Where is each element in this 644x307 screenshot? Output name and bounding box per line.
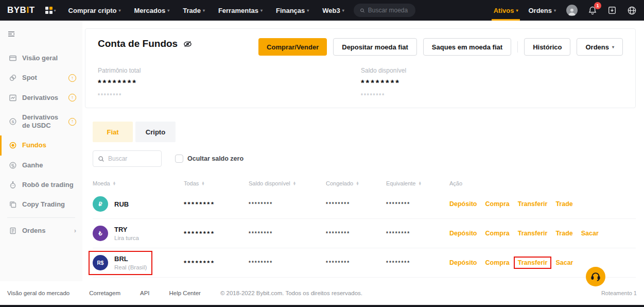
available-balance-stat: Saldo disponível ******** ******** — [361, 67, 624, 98]
apps-grid-icon[interactable]: ▾ — [45, 7, 56, 14]
nav-item-ferramentas[interactable]: Ferramentas▾ — [218, 7, 263, 14]
deposito-link[interactable]: Depósito — [449, 259, 477, 266]
footer-link-visao-geral-do-mercado[interactable]: Visão geral do mercado — [7, 290, 69, 296]
cell-saldo-disponivel: ******** — [249, 231, 326, 236]
coins-icon — [9, 74, 17, 82]
sacar-link[interactable]: Sacar — [581, 230, 599, 237]
sidebar-divider — [7, 217, 75, 218]
cell-saldo-disponivel: ******** — [249, 201, 326, 207]
sidebar-item-ganhe[interactable]: Ganhe — [0, 156, 82, 175]
footer-link-help-center[interactable]: Help Center — [169, 290, 201, 296]
cell-equivalente: ******** — [386, 231, 449, 236]
chevron-down-icon: ▾ — [260, 8, 263, 13]
clipboard-icon — [9, 227, 17, 235]
collapse-sidebar-button[interactable] — [0, 26, 82, 48]
bybit-logo[interactable]: BYBIT — [7, 5, 35, 15]
chevron-down-icon: ▾ — [612, 45, 614, 49]
checkbox-icon[interactable] — [175, 155, 183, 163]
hide-zero-label: Ocultar saldo zero — [187, 155, 243, 162]
deposit-fiat-button[interactable]: Depositar moeda fiat — [333, 38, 417, 56]
sidebar-item-fundos[interactable]: Fundos — [0, 135, 82, 155]
available-balance-sub: ******** — [361, 93, 624, 98]
total-equity-stat: Patrimônio total ******** ******** — [98, 67, 361, 98]
brl-coin-icon: R$ — [93, 255, 108, 270]
tab-cripto[interactable]: Cripto — [135, 122, 176, 142]
download-icon — [607, 6, 617, 15]
coin-code: RUB — [114, 200, 129, 208]
history-button[interactable]: Histórico — [524, 38, 570, 56]
header-congelado[interactable]: Congelado▲▼ — [326, 180, 386, 186]
hide-balance-eye-icon[interactable] — [183, 39, 193, 49]
sidebar-item-spot[interactable]: Spot ↑ — [0, 68, 82, 88]
transferir-link[interactable]: Transferir — [518, 200, 548, 208]
cell-saldo-disponivel: ******** — [249, 260, 326, 266]
nav-item-ordens[interactable]: Ordens▾ — [528, 7, 556, 14]
orders-dropdown-button[interactable]: Ordens▾ — [577, 38, 623, 56]
funds-account-card: Conta de Fundos Comprar/Vender Depositar… — [85, 28, 636, 108]
svg-text:S: S — [11, 120, 14, 124]
coin-search-input[interactable] — [368, 7, 409, 14]
row-actions: Depósito Compra Transferir Trade — [449, 200, 636, 208]
promo-arrow-icon: ↑ — [68, 74, 76, 82]
nav-item-trade[interactable]: Trade▾ — [183, 7, 205, 14]
trade-link[interactable]: Trade — [555, 230, 572, 237]
chevron-down-icon: ▾ — [342, 8, 344, 13]
nav-item-ativos[interactable]: Ativos▾ — [494, 0, 518, 21]
language-button[interactable] — [627, 6, 637, 15]
compra-link[interactable]: Compra — [485, 259, 509, 266]
usdc-coin-icon: S — [9, 117, 17, 126]
header-todas[interactable]: Todas▲▼ — [184, 180, 249, 186]
notifications-button[interactable]: 1 — [588, 6, 597, 15]
search-icon — [360, 7, 365, 14]
coin-name: Real (Brasil) — [114, 264, 147, 270]
footer-link-api[interactable]: API — [140, 290, 150, 296]
deposito-link[interactable]: Depósito — [449, 230, 477, 237]
trade-link[interactable]: Trade — [555, 200, 572, 208]
buy-sell-button[interactable]: Comprar/Vender — [258, 38, 327, 56]
support-chat-button[interactable] — [586, 267, 605, 286]
search-icon — [98, 156, 105, 162]
sidebar-item-robo-de-trading[interactable]: Robô de trading — [0, 175, 82, 195]
sacar-link[interactable]: Sacar — [555, 259, 573, 266]
nav-item-mercados[interactable]: Mercados▾ — [134, 7, 169, 14]
nav-item-comprar-cripto[interactable]: Comprar cripto▾ — [68, 7, 121, 14]
try-coin-icon: ₺ — [93, 226, 108, 241]
compra-link[interactable]: Compra — [485, 200, 509, 208]
sidebar-item-ordens[interactable]: Ordens › — [0, 221, 82, 241]
sidebar-item-visao-geral[interactable]: Visão geral — [0, 48, 82, 68]
table-row-rub: ₽ RUB ******** ******** ******** *******… — [93, 190, 636, 219]
header-equivalente[interactable]: Equivalente▲▼ — [386, 180, 449, 186]
filter-row: Ocultar saldo zero — [93, 150, 636, 167]
notification-badge: 1 — [594, 2, 601, 9]
transferir-link-annotated[interactable]: Transferir — [514, 257, 552, 269]
sidebar-item-copy-trading[interactable]: Copy Trading — [0, 195, 82, 214]
footer-link-corretagem[interactable]: Corretagem — [89, 290, 120, 296]
deposito-link[interactable]: Depósito — [449, 200, 477, 208]
compra-link[interactable]: Compra — [485, 230, 509, 237]
routing-label: Roteamento 1 — [601, 290, 637, 296]
nav-item-financas[interactable]: Finanças▾ — [276, 7, 309, 14]
transferir-link[interactable]: Transferir — [518, 230, 548, 237]
account-avatar[interactable] — [566, 5, 578, 16]
table-row-brl: R$ BRL Real (Brasil) ******** ******** *… — [93, 248, 636, 278]
nav-item-web3[interactable]: Web3▾ — [322, 7, 344, 14]
bybit-funds-page: BYBIT ▾ Comprar cripto▾ Mercados▾ Trade▾… — [0, 0, 644, 307]
table-header: Moeda▲▼ Todas▲▼ Saldo disponível▲▼ Conge… — [93, 174, 636, 190]
tab-fiat[interactable]: Fiat — [93, 122, 133, 142]
cell-todas: ******** — [184, 230, 249, 237]
main-content: Conta de Fundos Comprar/Vender Depositar… — [82, 21, 644, 305]
hide-zero-toggle[interactable]: Ocultar saldo zero — [175, 155, 243, 163]
table-search-input[interactable] — [108, 155, 154, 162]
header-moeda[interactable]: Moeda▲▼ — [93, 180, 184, 186]
download-app-button[interactable] — [607, 6, 617, 15]
table-search-box[interactable] — [93, 150, 162, 167]
sidebar-item-derivativos[interactable]: Derivativos ↑ — [0, 88, 82, 108]
robot-icon — [9, 181, 17, 189]
cell-congelado: ******** — [326, 231, 386, 236]
copy-icon — [9, 200, 17, 209]
sidebar-item-derivativos-usdc[interactable]: S Derivativos de USDC ↑ — [0, 108, 82, 136]
withdraw-fiat-button[interactable]: Saques em moeda fiat — [423, 38, 511, 56]
coin-search-pill[interactable] — [354, 4, 415, 17]
coin-code: BRL — [114, 255, 147, 263]
header-saldo-disponivel[interactable]: Saldo disponível▲▼ — [249, 180, 326, 186]
